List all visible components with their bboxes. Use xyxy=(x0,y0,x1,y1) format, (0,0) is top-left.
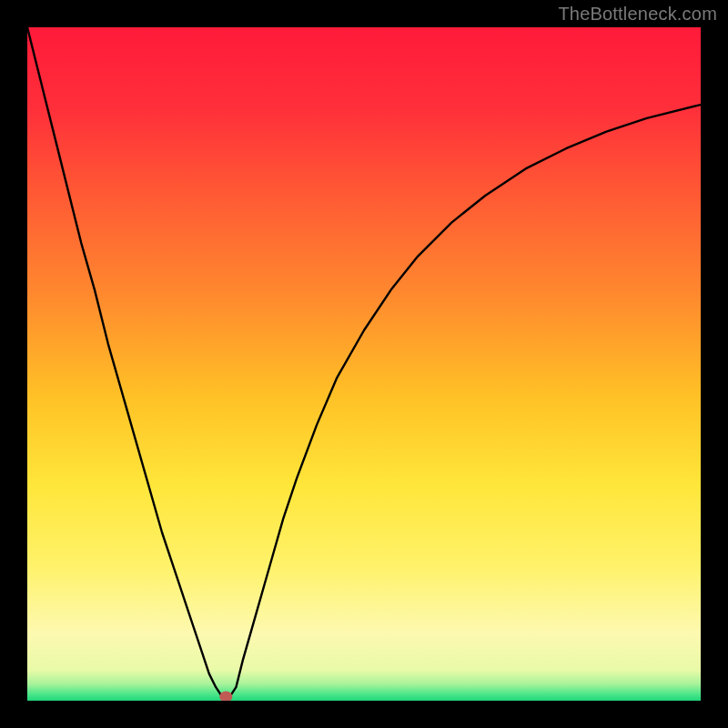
chart-container: TheBottleneck.com xyxy=(0,0,728,728)
gradient-background xyxy=(27,27,701,701)
bottleneck-chart xyxy=(27,27,701,701)
plot-area xyxy=(27,27,701,701)
watermark-text: TheBottleneck.com xyxy=(558,4,717,25)
